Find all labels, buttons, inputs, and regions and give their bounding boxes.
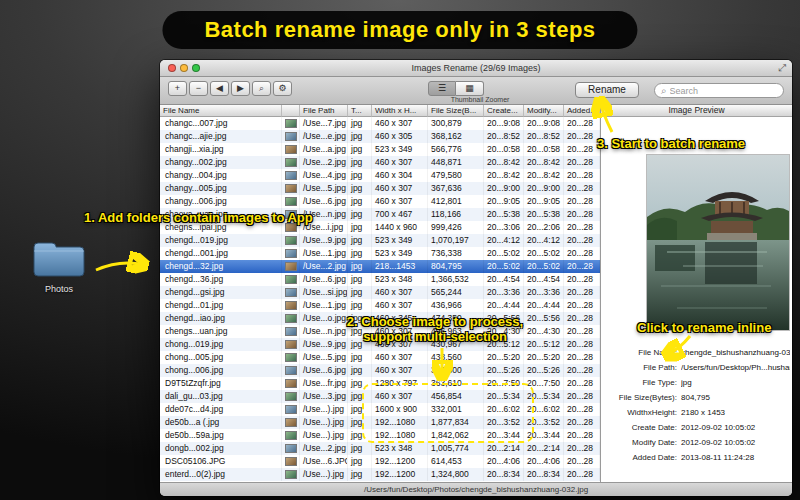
table-cell: 460 x 307 [372,351,428,364]
table-cell: /Use...).jpg [300,416,348,429]
column-header-8[interactable]: Added... [564,105,600,117]
file-thumbnail [285,288,297,297]
table-row[interactable]: enterd...0(2).jpg/Use...).jpgjpg192...12… [160,468,600,481]
column-header-0[interactable]: File Name [160,105,282,117]
file-thumbnail [285,366,297,375]
table-cell: 460 x 307 [372,390,428,403]
preview-field: File Name:chengde_bishushanzhuang-032.jp… [603,345,790,360]
preview-field: File Size(Bytes):804,795 [603,390,790,405]
table-cell: 20...8:42 [524,169,564,182]
table-cell: 20...8:42 [524,156,564,169]
add-button[interactable]: + [168,81,187,96]
table-row[interactable]: changy...005.jpg/Use...5.jpgjpg460 x 307… [160,182,600,195]
table-row[interactable]: DSC05106.JPG/Use...6.JPGjpg192...1200614… [160,455,600,468]
titlebar[interactable]: Images Rename (29/69 Images) ⤢ [160,60,792,77]
table-row[interactable]: D9T5tZzqfr.jpg/Use...fr.jpgjpg1280 x 797… [160,377,600,390]
column-header-1[interactable] [282,105,300,117]
file-thumbnail-cell [282,390,300,403]
table-cell: jpg [348,377,372,390]
search-input[interactable] [670,86,777,96]
table-row[interactable]: changji...xia.jpg/Use...a.jpgjpg523 x 34… [160,143,600,156]
back-button[interactable]: ◀ [210,81,229,96]
thumbnail-zoomer-label: Thumbnail Zoomer [420,96,540,103]
table-row[interactable]: chengd...32.jpg/Use...2.jpgjpg218...1453… [160,260,600,273]
file-thumbnail [285,457,297,466]
minimize-button[interactable] [180,64,188,72]
table-cell: 20...28 [564,156,600,169]
table-row[interactable]: dde07c...d4.jpg/Use...).jpgjpg1600 x 900… [160,403,600,416]
preview-field: File Type:jpg [603,375,790,390]
annotation-rename-inline: Click to rename inline [637,320,771,335]
column-header-2[interactable]: File Path [300,105,348,117]
preview-field-label: File Name: [603,348,677,357]
table-row[interactable]: de50b...a (.jpg/Use...).jpgjpg192...1080… [160,416,600,429]
table-cell: 20...9:08 [524,117,564,130]
table-cell: jpg [348,299,372,312]
table-row[interactable]: changc...ajie.jpg/Use...e.jpgjpg460 x 30… [160,130,600,143]
table-cell: 1280 x 797 [372,377,428,390]
column-header-3[interactable]: T... [348,105,372,117]
table-row[interactable]: changy...004.jpg/Use...4.jpgjpg460 x 304… [160,169,600,182]
search-toggle-button[interactable]: ⌕ [252,81,271,96]
table-cell: jpg [348,442,372,455]
table-cell: 20...4:44 [524,299,564,312]
zoom-button[interactable] [192,64,200,72]
table-cell: /Use...).jpg [300,403,348,416]
table-row[interactable]: changc...007.jpg/Use...7.jpgjpg460 x 307… [160,117,600,130]
table-row[interactable]: chengd...001.jpg/Use...1.jpgjpg523 x 349… [160,247,600,260]
table-row[interactable]: dali_gu...03.jpg/Use...3.jpgjpg460 x 307… [160,390,600,403]
annotation-step1: 1. Add folders contain images to App [84,210,313,225]
table-cell: 20...7:50 [484,377,524,390]
action-button[interactable]: ⚙ [273,81,292,96]
table-cell: 523 x 349 [372,143,428,156]
column-header-4[interactable]: Width x H... [372,105,428,117]
table-cell: 20...3:36 [524,286,564,299]
table-cell: 460 x 307 [372,156,428,169]
table-row[interactable]: changy...002.jpg/Use...2.jpgjpg460 x 307… [160,156,600,169]
fullscreen-icon[interactable]: ⤢ [778,62,786,74]
table-cell: /Use...7.jpg [300,117,348,130]
column-header-6[interactable]: Create... [484,105,524,117]
preview-field-value[interactable]: chengde_bishushanzhuang-032.jpg [681,348,790,357]
table-cell: chengs...uan.jpg [160,325,282,338]
table-cell: 460 x 307 [372,182,428,195]
table-cell: 20...4:54 [524,273,564,286]
table-cell: jpg [348,130,372,143]
table-cell: 523 x 348 [372,442,428,455]
table-cell: 20...4:12 [524,234,564,247]
banner-title: Batch rename image only in 3 steps [204,17,595,42]
table-row[interactable]: chong...005.jpg/Use...5.jpgjpg460 x 3074… [160,351,600,364]
thumbnail-view-button[interactable]: ▦ [456,81,484,96]
search-field[interactable]: ⌕ [654,83,784,98]
table-row[interactable]: dongb...002.jpg/Use...2.jpgjpg523 x 3481… [160,442,600,455]
table-cell: 20...5:26 [484,364,524,377]
photos-folder[interactable]: Photos [30,238,88,294]
table-cell: 456,854 [428,390,484,403]
table-cell: 460 x 305 [372,130,428,143]
close-button[interactable] [168,64,176,72]
table-cell: 614,453 [428,455,484,468]
preview-image [647,155,789,330]
column-header-7[interactable]: Modify... [524,105,564,117]
table-cell: 20...28 [564,299,600,312]
table-row[interactable]: chengd...36.jpg/Use...6.jpgjpg523 x 3481… [160,273,600,286]
rename-button[interactable]: Rename [575,82,639,98]
preview-field: Added Date:2013-08-11 11:24:28 [603,450,790,465]
column-header-5[interactable]: File Size(B... [428,105,484,117]
table-row[interactable]: chengd...gsi.jpg/Use...si.jpgjpg460 x 30… [160,286,600,299]
forward-button[interactable]: ▶ [231,81,250,96]
table-row[interactable]: chong...006.jpg/Use...6.jpgjpg460 x 3073… [160,364,600,377]
list-view-button[interactable]: ☰ [428,81,456,96]
file-thumbnail [285,470,297,479]
table-cell: 20...28 [564,377,600,390]
preview-fields: File Name:chengde_bishushanzhuang-032.jp… [603,345,790,465]
table-row[interactable]: changy...006.jpg/Use...6.jpgjpg460 x 307… [160,195,600,208]
table-cell: 20...3:52 [484,416,524,429]
table-cell: 20...0:58 [484,143,524,156]
table-cell: jpg [348,221,372,234]
table-cell: 460 x 304 [372,169,428,182]
table-row[interactable]: chengd...01.jpg/Use...1.jpgjpg460 x 3074… [160,299,600,312]
remove-button[interactable]: − [189,81,208,96]
table-row[interactable]: de50b...59a.jpg/Use...).jpgjpg192...1080… [160,429,600,442]
table-row[interactable]: chengd...019.jpg/Use...9.jpgjpg523 x 349… [160,234,600,247]
